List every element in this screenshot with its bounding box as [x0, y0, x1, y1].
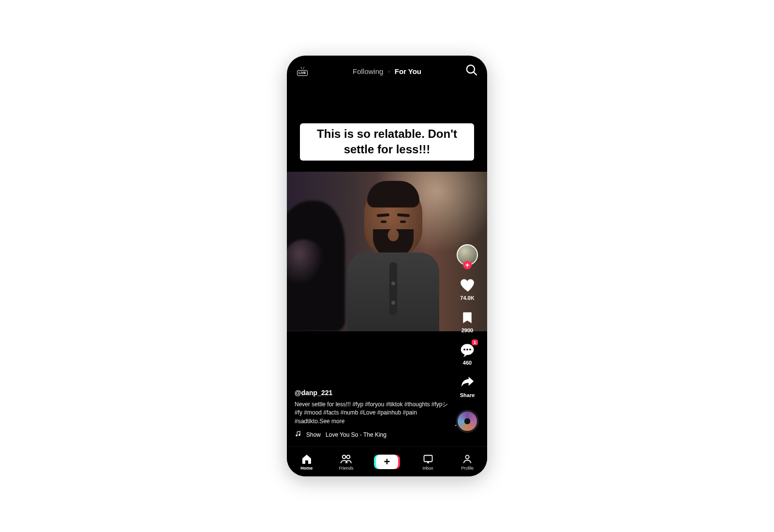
search-icon[interactable]: [465, 63, 478, 77]
like-button[interactable]: 74.0K: [459, 277, 476, 301]
top-bar: \ / LIVE Following › For You: [287, 61, 487, 81]
svg-point-8: [342, 455, 346, 458]
home-icon: [301, 453, 313, 465]
create-button[interactable]: +: [376, 455, 398, 469]
bottom-nav: Home Friends + In: [287, 446, 487, 476]
tab-following[interactable]: Following: [353, 67, 383, 75]
video-caption-overlay: This is so relatable. Don't settle for l…: [287, 123, 487, 161]
nav-home[interactable]: Home: [292, 453, 321, 471]
nav-profile-label: Profile: [461, 466, 474, 471]
heart-icon: [459, 277, 476, 294]
feed-tabs: Following › For You: [353, 67, 421, 75]
svg-point-3: [463, 349, 465, 351]
plus-icon: +: [384, 457, 390, 467]
svg-point-4: [466, 349, 468, 351]
share-label: Share: [460, 392, 475, 398]
nav-friends-label: Friends: [339, 466, 353, 471]
nav-inbox-label: Inbox: [423, 466, 433, 471]
profile-icon: [461, 453, 473, 465]
svg-point-7: [299, 434, 300, 436]
action-rail: + 74.0K 2900: [453, 244, 481, 433]
nav-profile[interactable]: Profile: [453, 453, 482, 471]
svg-point-5: [469, 349, 471, 351]
sound-prefix: Show: [306, 431, 321, 438]
phone-frame: \ / LIVE Following › For You This is so …: [287, 56, 487, 476]
nav-create[interactable]: +: [371, 455, 403, 469]
creator-username[interactable]: @danp_221: [295, 389, 448, 397]
live-icon[interactable]: \ / LIVE: [296, 64, 309, 77]
caption-text: Never settle for less!!!: [295, 401, 352, 408]
video-caption-text: This is so relatable. Don't settle for l…: [300, 123, 474, 161]
sound-disc[interactable]: [456, 410, 479, 433]
bookmark-button[interactable]: 2900: [459, 310, 476, 333]
svg-line-1: [474, 72, 476, 74]
bookmark-icon: [459, 310, 476, 326]
svg-point-6: [296, 435, 298, 436]
comment-button[interactable]: 1 460: [459, 342, 476, 366]
nav-inbox[interactable]: Inbox: [414, 453, 443, 471]
comment-count: 460: [463, 360, 472, 366]
like-count: 74.0K: [460, 295, 474, 301]
see-more-link[interactable]: See more: [319, 418, 344, 425]
creator-avatar[interactable]: +: [457, 244, 478, 266]
sound-row[interactable]: Show Love You So - The King: [295, 430, 448, 439]
svg-point-11: [466, 455, 469, 458]
follow-plus-icon[interactable]: +: [463, 261, 472, 269]
tab-for-you[interactable]: For You: [395, 67, 421, 75]
share-icon: [459, 374, 476, 391]
music-note-icon: [295, 430, 301, 439]
sound-title: Love You So - The King: [326, 431, 387, 438]
tab-separator: ›: [388, 69, 389, 74]
video-description[interactable]: Never settle for less!!! #fyp #foryou #t…: [295, 400, 448, 426]
svg-point-9: [347, 455, 350, 458]
friends-icon: [340, 453, 352, 465]
share-button[interactable]: Share: [459, 374, 476, 398]
nav-home-label: Home: [300, 466, 313, 471]
nav-friends[interactable]: Friends: [331, 453, 360, 471]
bookmark-count: 2900: [461, 327, 473, 333]
comment-icon: 1: [459, 342, 476, 358]
inbox-icon: [422, 453, 434, 465]
svg-rect-10: [424, 455, 432, 461]
comment-badge: 1: [471, 339, 478, 346]
video-meta: @danp_221 Never settle for less!!! #fyp …: [295, 389, 448, 439]
